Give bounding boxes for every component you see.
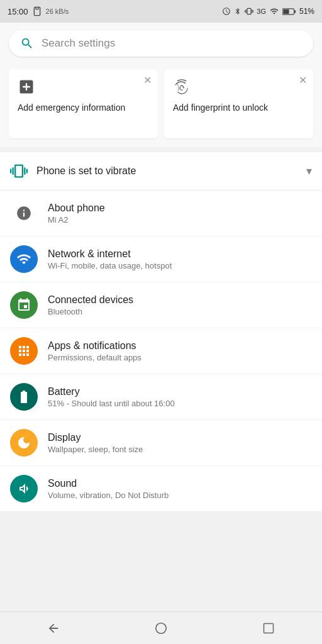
settings-item-display[interactable]: Display Wallpaper, sleep, font size (0, 420, 322, 466)
about-text: About phone Mi A2 (48, 203, 312, 225)
settings-item-connected[interactable]: Connected devices Bluetooth (0, 282, 322, 328)
svg-rect-5 (264, 623, 273, 633)
vibrate-text: Phone is set to vibrate (36, 165, 306, 177)
network-speed: 26 kB/s (46, 8, 69, 15)
back-button[interactable] (38, 616, 69, 641)
svg-point-4 (156, 623, 167, 633)
sound-subtitle: Volume, vibration, Do Not Disturb (48, 491, 312, 500)
network-text: Network & internet Wi-Fi, mobile, data u… (48, 248, 312, 270)
battery-title: Battery (48, 386, 312, 397)
fingerprint-icon (173, 78, 304, 96)
recents-button[interactable] (253, 616, 284, 641)
status-right: 3G 51% (222, 7, 314, 16)
settings-item-about[interactable]: About phone Mi A2 (0, 191, 322, 236)
network-icon (10, 245, 38, 273)
about-title: About phone (48, 203, 312, 214)
battery-subtitle: 51% - Should last until about 16:00 (48, 399, 312, 408)
signal-icon (269, 7, 279, 16)
battery-icon (10, 383, 38, 411)
card-emergency[interactable]: ✕ Add emergency information (9, 69, 158, 138)
search-icon (20, 36, 34, 50)
apps-subtitle: Permissions, default apps (48, 353, 312, 362)
home-button[interactable] (145, 616, 177, 641)
settings-item-apps[interactable]: Apps & notifications Permissions, defaul… (0, 328, 322, 374)
emergency-label: Add emergency information (18, 103, 125, 113)
settings-item-battery[interactable]: Battery 51% - Should last until about 16… (0, 374, 322, 420)
sound-title: Sound (48, 478, 312, 489)
network-type: 3G (257, 8, 266, 15)
sound-icon (10, 475, 38, 502)
vibrate-banner[interactable]: Phone is set to vibrate ▾ (0, 152, 322, 191)
connected-icon (10, 291, 38, 319)
close-emergency-button[interactable]: ✕ (143, 75, 152, 86)
search-container: Search settings (0, 23, 322, 64)
time: 15:00 (8, 7, 28, 16)
search-placeholder: Search settings (42, 37, 302, 50)
search-box[interactable]: Search settings (9, 30, 313, 57)
display-icon (10, 429, 38, 457)
vibrate-chevron-icon: ▾ (306, 164, 312, 178)
sound-text: Sound Volume, vibration, Do Not Disturb (48, 478, 312, 500)
connected-subtitle: Bluetooth (48, 307, 312, 316)
card-fingerprint[interactable]: ✕ Add fingerprint to unlock (164, 69, 313, 138)
connected-title: Connected devices (48, 294, 312, 306)
svg-rect-0 (34, 7, 40, 15)
settings-item-network[interactable]: Network & internet Wi-Fi, mobile, data u… (0, 236, 322, 282)
about-icon (10, 199, 38, 227)
about-subtitle: Mi A2 (48, 215, 312, 225)
svg-rect-3 (283, 9, 289, 14)
apps-text: Apps & notifications Permissions, defaul… (48, 340, 312, 362)
vibrate-icon (10, 162, 28, 180)
status-left: 15:00 26 kB/s (8, 6, 69, 16)
sim-icon (32, 6, 42, 16)
cards-row: ✕ Add emergency information ✕ Add finger… (0, 64, 322, 147)
battery-status-icon (282, 8, 296, 16)
svg-rect-2 (294, 10, 296, 13)
display-text: Display Wallpaper, sleep, font size (48, 432, 312, 454)
bottom-nav (0, 611, 322, 644)
settings-list: About phone Mi A2 Network & internet Wi-… (0, 191, 322, 511)
alarm-icon (222, 7, 231, 16)
apps-icon (10, 337, 38, 365)
emergency-icon (18, 78, 149, 96)
status-bar: 15:00 26 kB/s 3G 51% (0, 0, 322, 23)
apps-title: Apps & notifications (48, 340, 312, 352)
network-subtitle: Wi-Fi, mobile, data usage, hotspot (48, 261, 312, 270)
connected-text: Connected devices Bluetooth (48, 294, 312, 316)
display-title: Display (48, 432, 312, 443)
battery-text: Battery 51% - Should last until about 16… (48, 386, 312, 408)
network-title: Network & internet (48, 248, 312, 260)
settings-item-sound[interactable]: Sound Volume, vibration, Do Not Disturb (0, 466, 322, 511)
vibrate-status-icon (245, 7, 253, 16)
close-fingerprint-button[interactable]: ✕ (299, 75, 307, 86)
display-subtitle: Wallpaper, sleep, font size (48, 445, 312, 454)
bluetooth-icon (234, 7, 242, 16)
fingerprint-label: Add fingerprint to unlock (173, 103, 268, 113)
battery-percent: 51% (299, 7, 314, 16)
